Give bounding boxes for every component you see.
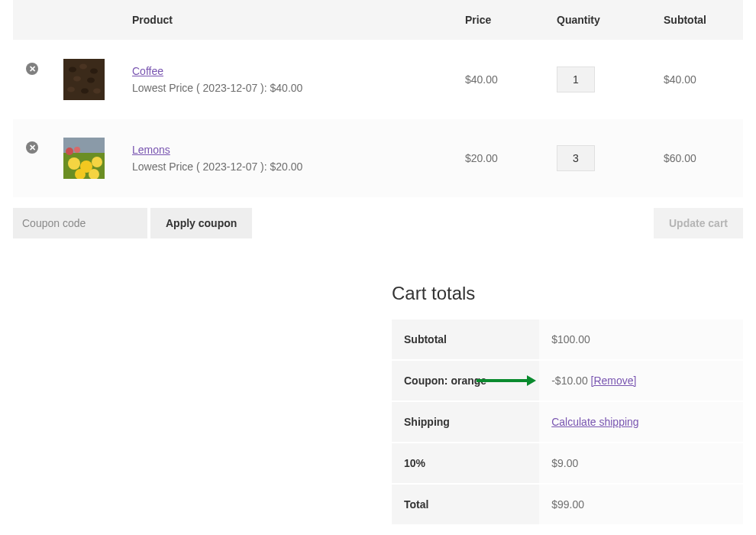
totals-coupon-value: -$10.00	[551, 374, 587, 387]
svg-point-8	[93, 89, 101, 94]
coupon-code-input[interactable]	[13, 208, 147, 238]
svg-point-6	[67, 87, 75, 92]
totals-shipping-label: Shipping	[392, 401, 539, 443]
table-row: ✕ Lemons	[13, 119, 743, 198]
svg-point-11	[68, 157, 80, 170]
lowest-price-text: Lowest Price ( 2023-12-07 ): $20.00	[132, 160, 441, 173]
header-subtotal: Subtotal	[651, 0, 743, 41]
subtotal-cell: $40.00	[651, 41, 743, 119]
svg-point-16	[66, 148, 73, 155]
apply-coupon-button[interactable]: Apply coupon	[150, 208, 252, 238]
svg-point-2	[79, 64, 87, 70]
arrow-annotation-icon	[477, 374, 536, 387]
product-thumbnail[interactable]	[63, 138, 105, 179]
quantity-input[interactable]	[557, 66, 595, 92]
price-cell: $20.00	[453, 119, 544, 198]
header-quantity: Quantity	[544, 0, 651, 41]
remove-item-button[interactable]: ✕	[26, 141, 38, 154]
remove-coupon-link[interactable]: [Remove]	[591, 374, 637, 387]
svg-point-13	[92, 157, 102, 167]
product-link[interactable]: Lemons	[132, 144, 170, 156]
header-price: Price	[453, 0, 544, 41]
svg-point-17	[74, 147, 80, 153]
calculate-shipping-link[interactable]: Calculate shipping	[551, 416, 638, 428]
product-thumbnail[interactable]	[63, 59, 105, 100]
cart-totals-table: Subtotal $100.00 Coupon: orange -$10.00 …	[392, 319, 743, 526]
cart-table: Product Price Quantity Subtotal ✕	[13, 0, 743, 197]
svg-point-5	[87, 78, 95, 83]
totals-tax-label: 10%	[392, 443, 539, 484]
table-row: ✕ Coffee	[13, 41, 743, 119]
svg-point-4	[73, 76, 81, 82]
totals-subtotal-value: $100.00	[539, 319, 743, 360]
cart-totals-title: Cart totals	[392, 283, 743, 304]
product-link[interactable]: Coffee	[132, 65, 163, 77]
lowest-price-text: Lowest Price ( 2023-12-07 ): $40.00	[132, 82, 441, 94]
subtotal-cell: $60.00	[651, 119, 743, 198]
header-product: Product	[120, 0, 453, 41]
totals-total-value: $99.00	[539, 484, 743, 525]
svg-point-1	[69, 67, 76, 73]
totals-total-label: Total	[392, 484, 539, 525]
update-cart-button[interactable]: Update cart	[654, 208, 743, 238]
totals-tax-value: $9.00	[539, 443, 743, 484]
quantity-input[interactable]	[557, 145, 595, 171]
totals-subtotal-label: Subtotal	[392, 319, 539, 360]
remove-item-button[interactable]: ✕	[26, 63, 38, 75]
svg-point-7	[81, 89, 89, 94]
svg-marker-19	[527, 375, 536, 386]
price-cell: $40.00	[453, 41, 544, 119]
svg-point-3	[90, 69, 98, 74]
